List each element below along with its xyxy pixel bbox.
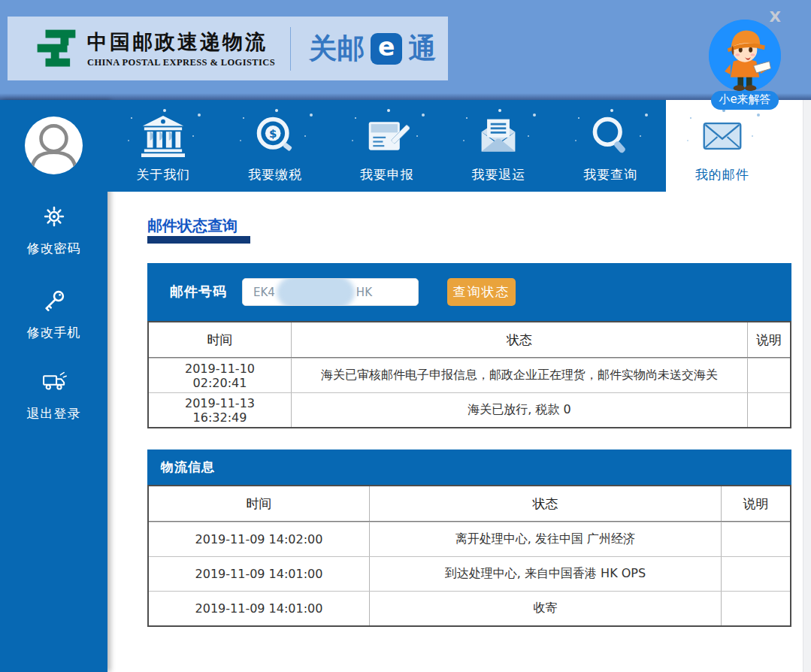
- query-panel: 邮件号码 EK4 HK 查询状态: [147, 263, 791, 321]
- sidebar-item-change-phone[interactable]: 修改手机: [0, 288, 107, 341]
- page-title: 邮件状态查询: [147, 216, 238, 236]
- table-row: 2019-11-10 02:20:41 海关已审核邮件电子申报信息，邮政企业正在…: [149, 358, 790, 392]
- table-row: 2019-11-13 16:32:49 海关已放行, 税款 0: [149, 392, 790, 427]
- cell-status: 海关已放行, 税款 0: [291, 393, 747, 427]
- logo-text: 中国邮政速递物流 CHINA POSTAL EXPRESS & LOGISTIC…: [87, 29, 275, 68]
- app-name-prefix: 关邮: [309, 30, 365, 68]
- nav-tab-return-shipment[interactable]: 我要退运: [443, 100, 555, 192]
- nav-tab-label: 我的邮件: [695, 166, 749, 183]
- sparkle-dots: [387, 109, 390, 112]
- privacy-blur-overlay: [277, 278, 355, 306]
- mascot-icon: [709, 20, 781, 92]
- logistics-title: 物流信息: [161, 459, 215, 476]
- sidebar-item-label: 修改手机: [0, 324, 107, 341]
- column-header-time: 时间: [149, 486, 369, 521]
- column-header-time: 时间: [149, 322, 291, 357]
- tracking-number-prefix: EK4: [253, 286, 275, 299]
- return-mail-icon: [471, 110, 526, 162]
- app-window: 中国邮政速递物流 CHINA POSTAL EXPRESS & LOGISTIC…: [0, 0, 811, 672]
- declare-doc-icon: [359, 110, 415, 162]
- column-header-note: 说明: [747, 322, 790, 357]
- logo-en: CHINA POSTAL EXPRESS & LOGISTICS: [87, 57, 275, 68]
- mail-icon: [694, 110, 750, 162]
- svg-text:$: $: [269, 127, 277, 141]
- cell-time: 2019-11-10 02:20:41: [149, 359, 291, 392]
- cell-note: [721, 522, 790, 556]
- column-header-status: 状态: [291, 322, 747, 357]
- key-icon: [41, 288, 67, 313]
- user-avatar[interactable]: [25, 117, 83, 174]
- logo-cn: 中国邮政速递物流: [87, 29, 275, 56]
- cell-time: 2019-11-09 14:02:00: [149, 522, 369, 556]
- sidebar-item-change-password[interactable]: 修改密码: [0, 204, 107, 257]
- cell-status: 到达处理中心, 来自中国香港 HK OPS: [369, 557, 721, 591]
- cell-note: [747, 359, 790, 392]
- status-table-header: 时间 状态 说明: [149, 322, 790, 358]
- cell-status: 收寄: [369, 592, 721, 625]
- column-header-note: 说明: [721, 486, 790, 521]
- gear-icon: [41, 204, 67, 229]
- nav-tab-about-us[interactable]: 关于我们: [107, 100, 219, 192]
- main-nav: 关于我们 $ 我要缴税: [107, 100, 778, 192]
- sparkle-dots: [610, 109, 613, 112]
- app-name: 关邮 e 通: [309, 30, 436, 68]
- nav-tab-label: 我要申报: [360, 166, 414, 183]
- cell-status: 海关已审核邮件电子申报信息，邮政企业正在理货，邮件实物尚未送交海关: [291, 359, 747, 392]
- cell-time: 2019-11-09 14:01:00: [149, 557, 369, 591]
- cell-note: [721, 557, 790, 591]
- person-icon: [25, 117, 83, 174]
- brand-band: 中国邮政速递物流 CHINA POSTAL EXPRESS & LOGISTIC…: [8, 17, 448, 80]
- logistics-table-header: 时间 状态 说明: [149, 486, 790, 522]
- tax-magnifier-icon: $: [247, 110, 303, 162]
- cell-time: 2019-11-09 14:01:00: [149, 592, 369, 625]
- bank-icon: [135, 110, 191, 162]
- tracking-number-suffix: HK: [356, 286, 372, 299]
- truck-icon: [41, 369, 67, 395]
- logistics-section-header: 物流信息: [147, 450, 791, 485]
- nav-tab-label: 关于我们: [136, 166, 190, 183]
- brand-divider: [290, 27, 291, 71]
- cell-note: [747, 393, 790, 427]
- table-row: 2019-11-09 14:01:00 收寄: [149, 591, 790, 625]
- nav-tab-declare[interactable]: 我要申报: [331, 100, 443, 192]
- nav-tab-label: 我要缴税: [248, 166, 302, 183]
- nav-tab-inquiry[interactable]: 我要查询: [555, 100, 667, 192]
- sidebar-item-label: 退出登录: [0, 405, 107, 422]
- table-row: 2019-11-09 14:02:00 离开处理中心, 发往中国 广州经济: [149, 522, 790, 556]
- sidebar: 修改密码 修改手机: [0, 100, 107, 672]
- nav-tab-my-mail[interactable]: 我的邮件: [666, 100, 778, 192]
- query-status-button[interactable]: 查询状态: [447, 278, 516, 306]
- mascot-assistant[interactable]: 小e来解答: [708, 20, 782, 110]
- search-icon: [583, 110, 638, 162]
- sparkle-dots: [275, 109, 278, 112]
- sidebar-item-logout[interactable]: 退出登录: [0, 369, 107, 422]
- e-badge: e: [371, 33, 402, 65]
- app-name-suffix: 通: [408, 30, 436, 68]
- mascot-label: 小e来解答: [711, 91, 778, 110]
- column-header-status: 状态: [369, 486, 721, 521]
- china-post-logo-icon: [35, 29, 78, 69]
- header: 中国邮政速递物流 CHINA POSTAL EXPRESS & LOGISTIC…: [0, 0, 811, 100]
- nav-tab-label: 我要查询: [583, 166, 637, 183]
- title-underline: [147, 236, 250, 244]
- scrollbar[interactable]: [803, 100, 811, 672]
- content-area: 邮件状态查询 邮件号码 EK4 HK 查询状态 时间 状态 说明 2019-11…: [107, 192, 811, 672]
- nav-tab-label: 我要退运: [471, 166, 525, 183]
- status-table: 时间 状态 说明 2019-11-10 02:20:41 海关已审核邮件电子申报…: [147, 321, 791, 428]
- sidebar-item-label: 修改密码: [0, 240, 107, 257]
- cell-status: 离开处理中心, 发往中国 广州经济: [369, 522, 721, 556]
- tracking-number-input[interactable]: EK4 HK: [242, 278, 419, 306]
- cell-time: 2019-11-13 16:32:49: [149, 393, 291, 427]
- logistics-table: 时间 状态 说明 2019-11-09 14:02:00 离开处理中心, 发往中…: [147, 485, 791, 627]
- table-row: 2019-11-09 14:01:00 到达处理中心, 来自中国香港 HK OP…: [149, 556, 790, 591]
- cell-note: [721, 592, 790, 625]
- nav-tab-pay-tax[interactable]: $ 我要缴税: [219, 100, 331, 192]
- mail-number-label: 邮件号码: [170, 283, 227, 301]
